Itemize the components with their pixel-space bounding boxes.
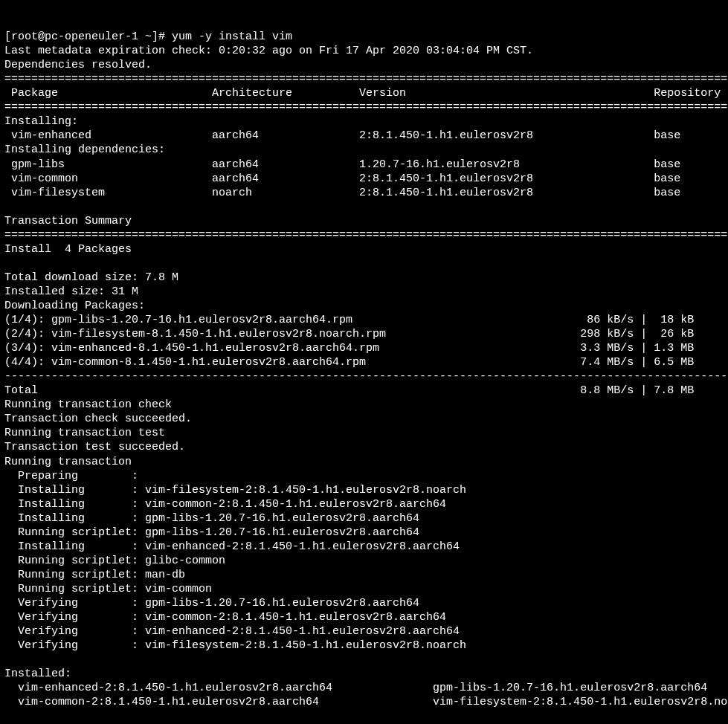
download-progress-line: (3/4): vim-enhanced-8.1.450-1.h1.euleros… [4,342,728,355]
transaction-step: Running scriptlet: vim-common 4/4 [4,583,728,595]
output-line: Total 8.8 MB/s | 7.8 MB 00:00 [4,384,728,397]
transaction-step: Preparing : 1/1 [4,470,728,482]
transaction-step: Verifying : vim-enhanced-2:8.1.450-1.h1.… [4,625,728,638]
transaction-step: Installing : vim-enhanced-2:8.1.450-1.h1… [4,540,728,553]
output-line: Running transaction check [4,398,172,411]
horizontal-rule: ========================================… [4,229,728,242]
output-line: vim-common-2:8.1.450-1.h1.eulerosv2r8.aa… [4,696,728,708]
download-progress-line: (4/4): vim-common-8.1.450-1.h1.eulerosv2… [4,356,728,369]
output-line: Total download size: 7.8 M [4,271,178,284]
command-text: yum -y install vim [172,30,292,43]
download-progress-line: (1/4): gpm-libs-1.20.7-16.h1.eulerosv2r8… [4,314,728,326]
section-label: Installed: [4,668,71,680]
terminal-output: [root@pc-openeuler-1 ~]# yum -y install … [4,30,724,724]
blank-line [4,201,11,213]
section-label: Installing: [4,115,78,128]
output-line: vim-enhanced-2:8.1.450-1.h1.eulerosv2r8.… [4,682,728,694]
section-label: Transaction Summary [4,215,132,227]
blank-line [4,257,11,270]
transaction-step: Running scriptlet: glibc-common 4/4 [4,555,728,567]
output-line: Installed size: 31 M [4,285,138,298]
transaction-step: Running scriptlet: man-db 4/4 [4,569,728,581]
blank-line [4,710,11,723]
table-row: vim-common aarch64 2:8.1.450-1.h1.eulero… [4,172,728,185]
output-line: Transaction check succeeded. [4,413,192,425]
horizontal-rule: ----------------------------------------… [4,370,728,383]
transaction-step: Running scriptlet: gpm-libs-1.20.7-16.h1… [4,526,728,539]
transaction-step: Verifying : gpm-libs-1.20.7-16.h1.eulero… [4,597,728,610]
blank-line [4,653,11,666]
table-row: vim-enhanced aarch64 2:8.1.450-1.h1.eule… [4,129,728,142]
transaction-step: Verifying : vim-filesystem-2:8.1.450-1.h… [4,639,728,652]
transaction-step: Installing : vim-common-2:8.1.450-1.h1.e… [4,498,728,511]
section-label: Installing dependencies: [4,143,165,156]
download-progress-line: (2/4): vim-filesystem-8.1.450-1.h1.euler… [4,328,728,340]
transaction-step: Installing : gpm-libs-1.20.7-16.h1.euler… [4,512,728,525]
table-row: vim-filesystem noarch 2:8.1.450-1.h1.eul… [4,187,728,199]
output-line: Install 4 Packages [4,243,132,256]
table-header: Package Architecture Version Repository … [4,87,728,100]
table-row: gpm-libs aarch64 1.20.7-16.h1.eulerosv2r… [4,158,728,171]
shell-prompt: [root@pc-openeuler-1 ~]# [4,30,172,43]
output-line: Transaction test succeeded. [4,441,185,453]
output-line: Running transaction [4,456,132,468]
horizontal-rule: ========================================… [4,73,728,85]
output-line: Dependencies resolved. [4,59,152,71]
output-line: Running transaction test [4,427,165,439]
transaction-step: Verifying : vim-common-2:8.1.450-1.h1.eu… [4,611,728,624]
output-line: Last metadata expiration check: 0:20:32 … [4,45,533,57]
section-label: Downloading Packages: [4,300,145,312]
horizontal-rule: ========================================… [4,101,728,114]
transaction-step: Installing : vim-filesystem-2:8.1.450-1.… [4,484,728,497]
